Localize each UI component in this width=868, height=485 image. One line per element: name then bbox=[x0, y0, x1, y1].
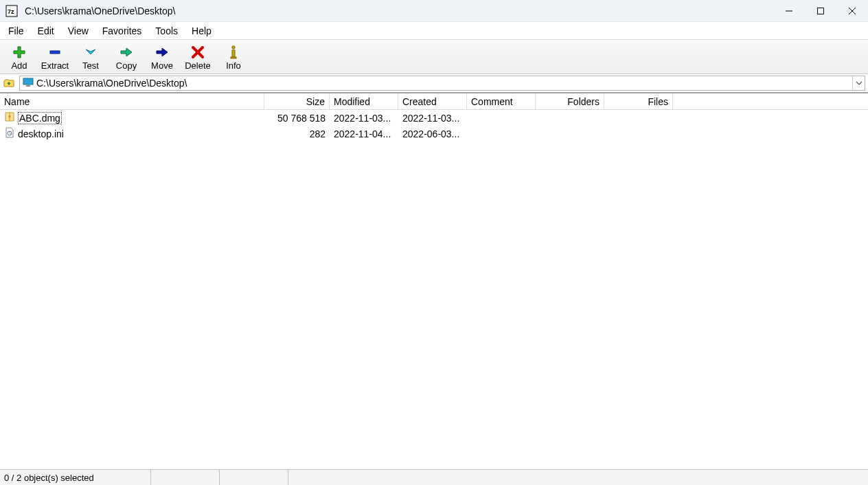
close-button[interactable] bbox=[836, 0, 868, 21]
svg-rect-12 bbox=[26, 85, 30, 87]
file-name: ABC.dmg bbox=[18, 112, 62, 124]
col-size[interactable]: Size bbox=[264, 93, 330, 109]
move-button[interactable]: Move bbox=[144, 41, 180, 74]
info-button[interactable]: Info bbox=[216, 41, 251, 74]
app-icon: 7z bbox=[5, 5, 18, 17]
status-panel-2 bbox=[151, 470, 220, 485]
menu-edit[interactable]: Edit bbox=[31, 22, 61, 39]
delete-button[interactable]: Delete bbox=[180, 41, 216, 74]
path-input[interactable] bbox=[34, 78, 852, 89]
pathbar bbox=[0, 74, 868, 93]
minimize-button[interactable] bbox=[773, 0, 805, 21]
file-list[interactable]: ABC.dmg50 768 5182022-11-03...2022-11-03… bbox=[0, 110, 868, 469]
file-row[interactable]: ABC.dmg50 768 5182022-11-03...2022-11-03… bbox=[0, 110, 868, 126]
menu-file[interactable]: File bbox=[1, 22, 31, 39]
menu-tools[interactable]: Tools bbox=[148, 22, 185, 39]
menu-favorites[interactable]: Favorites bbox=[95, 22, 149, 39]
file-icon bbox=[4, 127, 15, 140]
col-folders[interactable]: Folders bbox=[536, 93, 604, 109]
plus-icon bbox=[11, 45, 27, 59]
svg-rect-6 bbox=[50, 51, 60, 54]
col-comment[interactable]: Comment bbox=[467, 93, 536, 109]
svg-text:7z: 7z bbox=[8, 8, 14, 15]
folder-up-icon[interactable] bbox=[3, 77, 15, 89]
svg-rect-15 bbox=[9, 115, 11, 117]
status-selection: 0 / 2 object(s) selected bbox=[0, 470, 151, 485]
svg-rect-10 bbox=[231, 57, 236, 58]
svg-rect-9 bbox=[232, 50, 235, 58]
file-created: 2022-06-03... bbox=[398, 128, 467, 139]
col-name[interactable]: Name bbox=[0, 93, 264, 109]
checkmark-icon bbox=[82, 45, 99, 59]
file-row[interactable]: desktop.ini2822022-11-04...2022-06-03... bbox=[0, 126, 868, 142]
toolbar: Add Extract Test Copy Move Delete bbox=[0, 40, 868, 74]
extract-button[interactable]: Extract bbox=[37, 41, 73, 74]
maximize-button[interactable] bbox=[805, 0, 836, 21]
col-files[interactable]: Files bbox=[604, 93, 673, 109]
status-panel-3 bbox=[220, 470, 288, 485]
col-created[interactable]: Created bbox=[398, 93, 467, 109]
copy-button[interactable]: Copy bbox=[108, 41, 144, 74]
chevron-down-icon[interactable] bbox=[852, 76, 865, 90]
svg-rect-3 bbox=[818, 8, 824, 14]
menu-view[interactable]: View bbox=[61, 22, 95, 39]
file-size: 282 bbox=[264, 128, 330, 139]
add-button[interactable]: Add bbox=[1, 41, 37, 74]
path-combo[interactable] bbox=[19, 76, 865, 91]
svg-point-8 bbox=[232, 46, 235, 49]
window-controls bbox=[773, 0, 868, 21]
menubar: File Edit View Favorites Tools Help bbox=[0, 22, 868, 40]
column-headers: Name Size Modified Created Comment Folde… bbox=[0, 93, 868, 110]
file-created: 2022-11-03... bbox=[398, 113, 467, 124]
monitor-icon bbox=[23, 78, 34, 89]
test-button[interactable]: Test bbox=[73, 41, 108, 74]
file-name: desktop.ini bbox=[18, 128, 64, 139]
statusbar: 0 / 2 object(s) selected bbox=[0, 469, 868, 485]
file-modified: 2022-11-04... bbox=[330, 128, 398, 139]
arrow-right-outline-icon bbox=[118, 45, 135, 59]
svg-marker-7 bbox=[86, 49, 95, 54]
col-modified[interactable]: Modified bbox=[330, 93, 398, 109]
file-icon bbox=[4, 111, 15, 124]
menu-help[interactable]: Help bbox=[185, 22, 218, 39]
window-title: C:\Users\krama\OneDrive\Desktop\ bbox=[25, 5, 175, 16]
svg-rect-11 bbox=[23, 78, 33, 84]
file-modified: 2022-11-03... bbox=[330, 113, 398, 124]
file-size: 50 768 518 bbox=[264, 113, 330, 124]
x-icon bbox=[190, 45, 206, 59]
info-icon bbox=[225, 45, 242, 59]
titlebar: 7z C:\Users\krama\OneDrive\Desktop\ bbox=[0, 0, 868, 22]
arrow-right-icon bbox=[154, 45, 170, 59]
minus-icon bbox=[47, 45, 63, 59]
